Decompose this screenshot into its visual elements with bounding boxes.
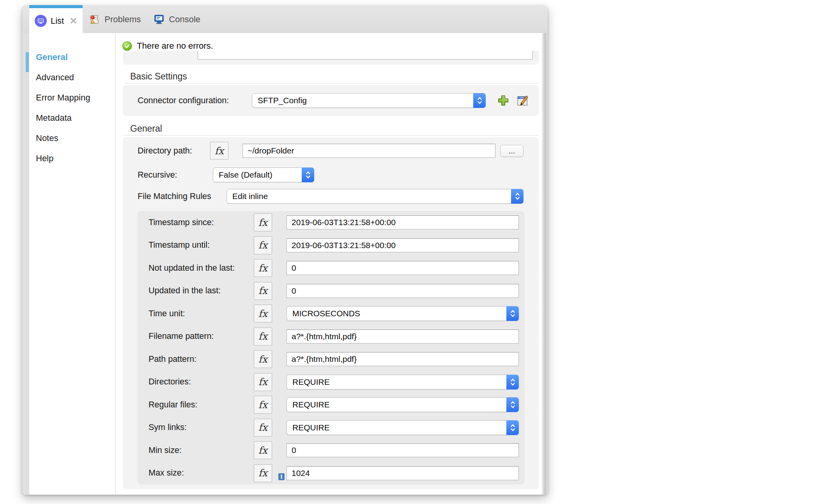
control-wrap [287, 215, 519, 229]
fx-expression-button[interactable]: fx [254, 236, 272, 254]
sidebar-item-general[interactable]: General [29, 47, 115, 67]
field-label: Max size: [149, 468, 254, 478]
field-label: Timestamp until: [149, 240, 254, 250]
section-title-basic-settings: Basic Settings [124, 71, 539, 83]
field-label: Recursive: [138, 170, 213, 180]
active-section-indicator [26, 52, 29, 72]
rule-row: Timestamp since:fx [138, 211, 525, 234]
basic-settings-panel: Connector configuration: SFTP_Config [123, 85, 539, 116]
chevron-up-down-icon [506, 420, 519, 435]
field-label: Not updated in the last: [149, 263, 254, 273]
tab-label: Problems [104, 14, 141, 25]
fx-expression-button[interactable]: fx [254, 441, 272, 459]
select-value: False (Default) [213, 170, 272, 180]
info-icon[interactable]: i [278, 473, 285, 480]
sym-links-select[interactable]: REQUIRE [287, 420, 519, 435]
field-label: Directory path: [138, 146, 210, 156]
path-pattern-input[interactable] [287, 352, 519, 366]
left-gutter [22, 33, 29, 495]
file-matching-rules-select[interactable]: Edit inline [226, 189, 524, 204]
control-wrap [287, 284, 519, 298]
problems-icon [89, 14, 101, 25]
close-icon[interactable]: ✕ [69, 16, 77, 26]
clipped-input[interactable] [198, 51, 533, 60]
filename-pattern-input[interactable] [287, 330, 519, 344]
success-check-icon [122, 41, 132, 51]
field-label: Min size: [149, 446, 254, 455]
file-matching-rules-row: File Matching Rules Edit inline [138, 189, 524, 204]
max-size-input[interactable] [287, 466, 519, 480]
not-updated-in-the-last-input[interactable] [287, 261, 519, 275]
console-icon [153, 14, 165, 25]
time-unit-select[interactable]: MICROSECONDS [287, 306, 519, 321]
fx-expression-button[interactable]: fx [254, 350, 272, 368]
fx-expression-button[interactable]: fx [254, 373, 272, 391]
scrollbar-track[interactable] [542, 33, 548, 495]
select-value: REQUIRE [287, 377, 330, 387]
control-wrap: i [287, 466, 519, 480]
field-label: Connector configuration: [138, 96, 252, 106]
select-value: MICROSECONDS [287, 309, 360, 318]
tab-label: Console [169, 14, 200, 25]
screenshot-root: SFTP List ✕ [0, 0, 835, 504]
general-panel: Directory path: fx ... Recursive: False … [123, 137, 539, 489]
rule-row: Directories:fxREQUIRE [138, 371, 525, 394]
rule-row: Max size:fxi [138, 462, 525, 485]
validation-status: There are no errors. [122, 41, 213, 51]
rule-row: Not updated in the last:fx [138, 257, 525, 280]
recursive-select[interactable]: False (Default) [213, 167, 314, 182]
edit-config-button[interactable] [516, 93, 530, 107]
directory-path-row: Directory path: fx ... [138, 142, 524, 160]
fx-expression-button[interactable]: fx [254, 396, 272, 414]
control-wrap [287, 238, 519, 252]
tab-console[interactable]: Console [147, 5, 207, 33]
tab-problems[interactable]: Problems [83, 5, 147, 33]
svg-text:SFTP: SFTP [39, 20, 43, 22]
field-label: Path pattern: [149, 354, 254, 364]
fx-expression-button[interactable]: fx [210, 142, 228, 160]
timestamp-until-input[interactable] [287, 238, 519, 252]
control-wrap: MICROSECONDS [287, 306, 519, 321]
properties-main: There are no errors. Basic Settings Conn… [115, 33, 548, 495]
chevron-up-down-icon [506, 375, 519, 389]
rule-row: Sym links:fxREQUIRE [138, 416, 525, 439]
rule-row: Path pattern:fx [138, 348, 525, 371]
sidebar-item-help[interactable]: Help [29, 148, 115, 169]
control-wrap [287, 443, 519, 457]
connector-configuration-row: Connector configuration: SFTP_Config [138, 93, 530, 108]
sidebar-item-advanced[interactable]: Advanced [29, 67, 115, 88]
directory-path-input[interactable] [242, 144, 495, 158]
timestamp-since-input[interactable] [287, 215, 519, 229]
recursive-row: Recursive: False (Default) [138, 167, 524, 182]
select-value: SFTP_Config [252, 96, 307, 105]
connector-configuration-select[interactable]: SFTP_Config [252, 93, 486, 108]
directories-select[interactable]: REQUIRE [287, 375, 519, 389]
sidebar-item-notes[interactable]: Notes [29, 128, 115, 148]
updated-in-the-last-input[interactable] [287, 284, 519, 298]
rule-row: Time unit:fxMICROSECONDS [138, 302, 525, 325]
regular-files-select[interactable]: REQUIRE [287, 397, 519, 412]
control-wrap: REQUIRE [287, 397, 519, 412]
browse-directory-button[interactable]: ... [500, 145, 524, 157]
fx-expression-button[interactable]: fx [254, 213, 272, 231]
control-wrap: REQUIRE [287, 375, 519, 389]
fx-expression-button[interactable]: fx [254, 259, 272, 277]
control-wrap: REQUIRE [287, 420, 519, 435]
fx-expression-button[interactable]: fx [254, 464, 272, 482]
tab-label: List [51, 16, 64, 26]
add-config-button[interactable] [497, 94, 510, 107]
min-size-input[interactable] [287, 443, 519, 457]
select-value: REQUIRE [287, 423, 330, 432]
chevron-up-down-icon [506, 397, 519, 412]
fx-expression-button[interactable]: fx [254, 282, 272, 300]
fx-expression-button[interactable]: fx [254, 328, 272, 345]
file-matching-rules-panel: Timestamp since:fxTimestamp until:fxNot … [138, 211, 525, 485]
field-label: Filename pattern: [149, 331, 254, 341]
clipped-panel-above [123, 51, 539, 65]
tab-list[interactable]: SFTP List ✕ [29, 5, 83, 33]
fx-expression-button[interactable]: fx [254, 305, 272, 322]
sidebar-item-metadata[interactable]: Metadata [29, 108, 115, 128]
sidebar-item-error-mapping[interactable]: Error Mapping [29, 88, 115, 108]
fx-expression-button[interactable]: fx [254, 419, 272, 437]
field-label: Updated in the last: [149, 286, 254, 296]
